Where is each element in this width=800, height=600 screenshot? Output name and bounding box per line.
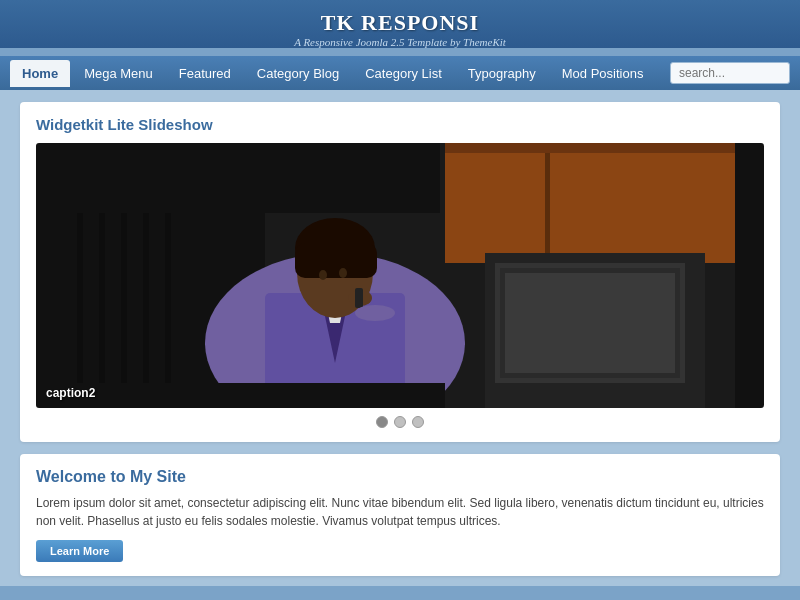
svg-point-20 [355,305,395,321]
site-header: TK RESPONSI A Responsive Joomla 2.5 Temp… [0,0,800,48]
slideshow-dots [36,416,764,428]
slideshow-dot-3[interactable] [412,416,424,428]
welcome-text: Lorem ipsum dolor sit amet, consectetur … [36,494,764,530]
svg-rect-3 [445,143,735,153]
search-box [670,62,790,84]
svg-point-17 [339,268,347,278]
slideshow-container: caption2 [36,143,764,408]
slideshow-dot-2[interactable] [394,416,406,428]
nav-item-home[interactable]: Home [10,60,70,87]
svg-rect-2 [445,143,735,263]
slideshow-caption: caption2 [46,386,95,400]
svg-rect-8 [505,273,675,373]
learn-more-button[interactable]: Learn More [36,540,123,562]
svg-point-16 [319,270,327,280]
nav-item-category-blog[interactable]: Category Blog [245,60,351,87]
slideshow-dot-1[interactable] [376,416,388,428]
svg-rect-19 [355,288,363,308]
nav-item-typography[interactable]: Typography [456,60,548,87]
slideshow-card: Widgetkit Lite Slideshow [20,102,780,442]
nav-items: Home Mega Menu Featured Category Blog Ca… [10,60,670,87]
search-input[interactable] [670,62,790,84]
navigation-bar: Home Mega Menu Featured Category Blog Ca… [0,56,800,90]
slideshow-title: Widgetkit Lite Slideshow [36,116,764,133]
nav-item-category-list[interactable]: Category List [353,60,454,87]
svg-rect-15 [295,243,377,278]
nav-item-mega-menu[interactable]: Mega Menu [72,60,165,87]
slideshow-image [36,143,764,408]
svg-rect-35 [65,383,445,408]
svg-rect-4 [545,153,550,253]
site-subtitle: A Responsive Joomla 2.5 Template by Them… [20,36,780,48]
nav-item-featured[interactable]: Featured [167,60,243,87]
welcome-title: Welcome to My Site [36,468,764,486]
welcome-card: Welcome to My Site Lorem ipsum dolor sit… [20,454,780,576]
nav-item-mod-positions[interactable]: Mod Positions [550,60,656,87]
svg-rect-34 [65,143,440,213]
main-content: Widgetkit Lite Slideshow [0,90,800,586]
site-title: TK RESPONSI [20,10,780,36]
